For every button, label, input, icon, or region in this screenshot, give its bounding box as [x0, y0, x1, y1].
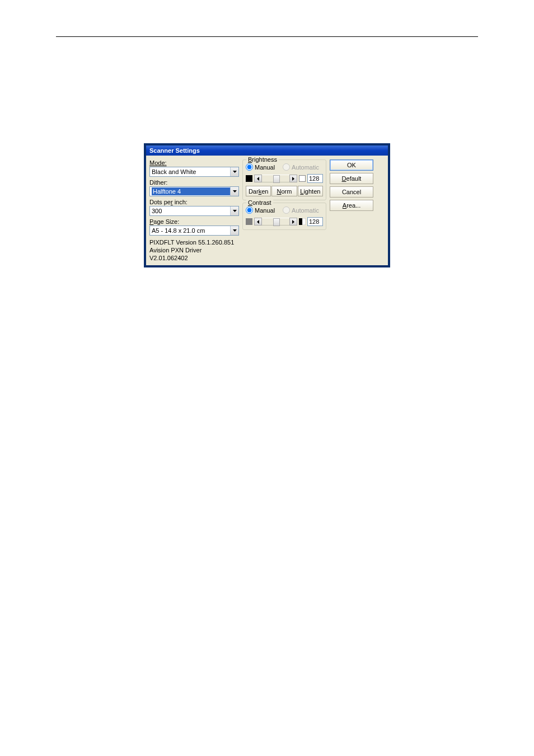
svg-rect-1 [302, 218, 306, 225]
chevron-down-icon[interactable] [230, 187, 238, 196]
chevron-down-icon[interactable] [230, 206, 238, 215]
svg-rect-0 [299, 218, 302, 225]
chevron-down-icon[interactable] [230, 226, 238, 235]
left-panel: Mode: Black and White Dither: Halftone 4… [149, 159, 239, 262]
bw-swatch-icon [299, 218, 306, 225]
white-swatch-icon [299, 175, 306, 182]
contrast-value[interactable]: 128 [307, 217, 323, 226]
lighten-button[interactable]: Lighten [298, 186, 323, 196]
cancel-button[interactable]: Cancel [330, 186, 373, 198]
contrast-manual-radio[interactable]: Manual [246, 206, 275, 214]
dialog-title: Scanner Settings [146, 145, 388, 156]
mode-label: Mode: [149, 159, 239, 166]
right-panel: OK Default Cancel Area... [330, 159, 373, 262]
brightness-slider[interactable] [254, 175, 297, 182]
gray-swatch-icon [246, 218, 252, 225]
brightness-value[interactable]: 128 [307, 174, 323, 183]
scanner-settings-dialog: Scanner Settings Mode: Black and White D… [144, 143, 390, 267]
slider-thumb[interactable] [273, 218, 280, 226]
dpi-label: Dots per inch: [149, 199, 239, 205]
area-button[interactable]: Area... [330, 200, 373, 211]
brightness-legend: Brightness [246, 156, 279, 163]
contrast-slider[interactable] [254, 218, 297, 226]
mode-combo[interactable]: Black and White [149, 167, 239, 177]
slider-thumb[interactable] [273, 175, 280, 183]
version-text: PIXDFLT Version 55.1.260.851 Avision PXN… [149, 239, 239, 262]
ok-button[interactable]: OK [330, 159, 373, 171]
scroll-left-icon[interactable] [254, 218, 262, 226]
middle-panel: Brightness Manual Automatic 128 [242, 159, 326, 262]
brightness-automatic-radio: Automatic [283, 163, 319, 171]
dither-combo[interactable]: Halftone 4 [149, 186, 239, 196]
page-size-label: Page Size: [149, 218, 239, 225]
norm-button[interactable]: Norm [271, 186, 297, 196]
default-button[interactable]: Default [330, 173, 373, 184]
contrast-group: Contrast Manual Automatic 128 [242, 203, 326, 230]
brightness-group: Brightness Manual Automatic 128 [242, 159, 326, 200]
scroll-right-icon[interactable] [289, 175, 297, 182]
page-size-combo[interactable]: A5 - 14.8 x 21.0 cm [149, 226, 239, 236]
scroll-right-icon[interactable] [289, 218, 297, 226]
contrast-legend: Contrast [246, 199, 273, 206]
brightness-manual-radio[interactable]: Manual [246, 163, 275, 171]
chevron-down-icon[interactable] [230, 167, 238, 176]
brightness-slider-row: 128 [246, 174, 323, 183]
black-swatch-icon [246, 175, 252, 182]
contrast-automatic-radio: Automatic [283, 206, 319, 214]
darken-button[interactable]: Darken [246, 186, 271, 196]
contrast-slider-row: 128 [246, 217, 323, 226]
dither-label: Dither: [149, 179, 239, 186]
scroll-left-icon[interactable] [254, 175, 262, 182]
dpi-combo[interactable]: 300 [149, 206, 239, 216]
